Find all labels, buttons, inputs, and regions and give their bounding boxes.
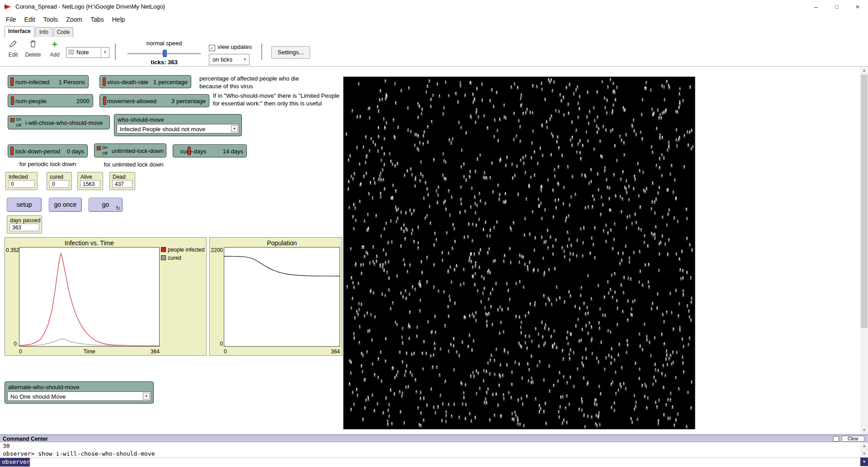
world-canvas[interactable] xyxy=(344,77,695,429)
add-button[interactable]: + Add xyxy=(44,40,65,58)
slider-handle[interactable] xyxy=(103,77,106,86)
prompt-history-icon[interactable]: ▼ xyxy=(860,457,868,466)
slider-num-people[interactable]: num-people 2000 xyxy=(8,94,93,107)
export-icon[interactable] xyxy=(833,436,839,442)
scroll-down-icon[interactable]: ▼ xyxy=(860,450,868,457)
trash-icon xyxy=(23,40,43,50)
chooser-arrow-icon[interactable]: ▼ xyxy=(143,393,150,400)
slider-handle[interactable] xyxy=(188,147,191,155)
menu-zoom[interactable]: Zoom xyxy=(62,16,86,23)
slider-virus-death-rate[interactable]: virus-death-rate 1 percentage xyxy=(99,75,191,88)
plot-population: Population 2200 0 0 364 xyxy=(209,237,342,356)
scroll-down-icon[interactable]: ▼ xyxy=(860,426,868,434)
y-max-label: 0.352 xyxy=(6,247,19,253)
switch-i-will-chose-who-should-move[interactable]: OnOff i-will-chose-who-should-move xyxy=(8,115,110,129)
tab-interface[interactable]: Interface xyxy=(5,26,34,38)
plot-canvas xyxy=(19,247,160,347)
slider-movement-allowed[interactable]: movement-allowed 3 percentage xyxy=(99,94,209,107)
legend-swatch-red xyxy=(161,247,166,252)
forever-loop-icon: ↻ xyxy=(116,205,120,211)
menu-tools[interactable]: Tools xyxy=(39,16,62,23)
go-once-button[interactable]: go once xyxy=(49,198,82,212)
slider-handle[interactable] xyxy=(10,77,14,86)
command-center-header: Command Center Clear xyxy=(0,435,868,442)
netlogo-window: Corona_Spread - NetLogo {H:\Google Drive… xyxy=(0,0,868,467)
command-center-title: Command Center xyxy=(3,436,48,442)
menu-tabs[interactable]: Tabs xyxy=(86,16,108,23)
monitor-days-passed: days passed 363 xyxy=(7,215,42,234)
speed-slider-handle[interactable] xyxy=(163,50,167,57)
monitor-infected: Infected 0 xyxy=(5,172,38,190)
x-min-label: 0 xyxy=(224,348,227,355)
menu-help[interactable]: Help xyxy=(108,16,129,23)
world-view[interactable] xyxy=(343,76,695,429)
ticks-counter: ticks: 363 xyxy=(127,59,202,66)
speed-slider[interactable] xyxy=(127,50,201,57)
edit-button[interactable]: Edit xyxy=(3,40,24,58)
command-scrollbar[interactable]: ▲ ▼ xyxy=(860,442,868,457)
toolbar-separator xyxy=(115,43,116,60)
plot-infection-vs-time: Infection vs. Time 0.352 0 0 364 Time pe… xyxy=(5,237,207,356)
delete-button[interactable]: Delete xyxy=(23,40,43,58)
tab-code[interactable]: Code xyxy=(53,27,73,37)
maximize-icon[interactable]: □ xyxy=(826,0,847,14)
plot-title: Infection vs. Time xyxy=(19,239,160,247)
note-widget-icon xyxy=(68,50,74,56)
speed-label: normal speed xyxy=(127,40,202,47)
chooser-who-should-move[interactable]: who-should-move Infected People should n… xyxy=(114,114,242,136)
plus-icon: + xyxy=(44,40,65,50)
check-icon: ✓ xyxy=(209,45,215,51)
slider-handle[interactable] xyxy=(103,96,106,105)
slider-cure-days[interactable]: cure-days 14 days xyxy=(173,144,247,157)
monitor-dead: Dead 437 xyxy=(109,172,135,190)
note-periodic-lockdown: for periodic lock down xyxy=(8,160,88,168)
legend-cured: cured xyxy=(161,255,181,261)
view-updates-checkbox[interactable]: ✓view updates xyxy=(209,43,252,51)
legend-people-infected: people infected xyxy=(161,247,204,253)
chooser-arrow-icon[interactable]: ▼ xyxy=(231,125,238,132)
netlogo-logo-icon xyxy=(4,3,12,13)
slider-lock-down-period[interactable]: lock-down-period 0 days xyxy=(8,144,88,157)
x-axis-label: Time xyxy=(19,348,160,355)
go-button[interactable]: go ↻ xyxy=(89,198,123,212)
update-mode-dropdown[interactable]: on ticks ▼ xyxy=(209,54,250,65)
switch-handle[interactable] xyxy=(97,146,101,150)
pencil-icon xyxy=(3,40,24,50)
menu-file[interactable]: File xyxy=(2,16,20,23)
plot-title: Population xyxy=(224,239,340,247)
command-prompt-row: observer> xyxy=(0,457,868,466)
legend-swatch-gray xyxy=(161,255,166,260)
scroll-up-icon[interactable]: ▲ xyxy=(860,442,868,450)
main-scrollbar[interactable]: ▲ ▼ xyxy=(860,67,868,434)
monitor-alive: Alive 1563 xyxy=(77,172,103,190)
y-min-label: 0 xyxy=(6,341,17,347)
slider-handle[interactable] xyxy=(11,96,14,105)
menu-bar: File Edit Tools Zoom Tabs Help xyxy=(0,14,868,25)
interface-toolbar: Edit Delete + Add Note ▼ normal speed ti… xyxy=(0,37,868,67)
toolbar-separator xyxy=(261,43,262,60)
scrollbar-thumb[interactable] xyxy=(861,75,868,328)
scroll-up-icon[interactable]: ▲ xyxy=(860,67,868,74)
note-death-rate: percentage of affected people who die be… xyxy=(199,75,349,90)
command-input[interactable] xyxy=(30,458,860,467)
tab-bar: Interface Info Code xyxy=(0,25,868,37)
chooser-alternate-who-should-move[interactable]: alternate-who-should-move No One should … xyxy=(5,381,154,404)
chevron-down-icon: ▼ xyxy=(243,54,247,65)
close-icon[interactable]: × xyxy=(847,0,868,14)
slider-num-infected[interactable]: num-infected 1 Persons xyxy=(8,75,89,88)
plot-canvas xyxy=(224,247,340,347)
tab-info[interactable]: Info xyxy=(35,27,52,37)
minimize-icon[interactable]: – xyxy=(806,0,826,14)
slider-handle[interactable] xyxy=(10,147,14,155)
switch-handle[interactable] xyxy=(10,118,14,122)
menu-edit[interactable]: Edit xyxy=(20,16,39,23)
monitor-cured: cured 0 xyxy=(47,172,72,190)
switch-unlimited-lock-down[interactable]: OnOff unlimited-lock-down xyxy=(94,143,166,157)
observer-prompt: observer> xyxy=(0,458,30,467)
settings-button[interactable]: Settings... xyxy=(271,46,310,59)
widget-type-dropdown[interactable]: Note ▼ xyxy=(66,47,109,58)
clear-button[interactable]: Clear xyxy=(842,436,864,442)
window-title: Corona_Spread - NetLogo {H:\Google Drive… xyxy=(15,3,165,10)
command-output-line: observer> show i-will-chose-who-should-m… xyxy=(3,450,860,457)
setup-button[interactable]: setup xyxy=(7,198,42,212)
